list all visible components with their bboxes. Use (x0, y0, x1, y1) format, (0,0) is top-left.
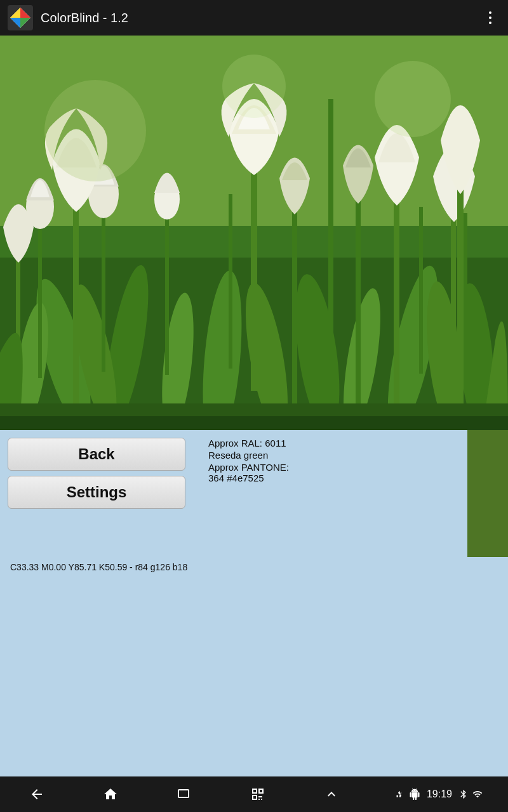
buttons-section: Back Settings (0, 430, 203, 557)
navigation-bar: 19:19 (0, 776, 508, 812)
svg-rect-42 (0, 416, 508, 430)
time-display: 19:19 (427, 789, 452, 800)
android-icon (409, 789, 420, 800)
back-nav-button[interactable] (25, 783, 48, 806)
svg-rect-23 (165, 207, 169, 375)
signal-icon (472, 789, 483, 799)
qr-nav-button[interactable] (246, 783, 269, 806)
main-content: Back Settings Approx RAL: 6011 Reseda gr… (0, 36, 508, 776)
svg-point-45 (222, 55, 286, 118)
up-nav-button[interactable] (320, 783, 343, 806)
svg-point-43 (44, 80, 146, 181)
color-details: Approx RAL: 6011 Reseda green Approx PAN… (203, 430, 467, 557)
color-swatch (467, 430, 508, 557)
svg-rect-27 (419, 207, 423, 374)
overflow-dot (489, 11, 491, 14)
overflow-dot (489, 16, 491, 19)
recents-nav-button[interactable] (173, 783, 196, 806)
usb-icon (394, 789, 405, 800)
svg-rect-21 (38, 213, 42, 378)
svg-rect-28 (464, 213, 467, 378)
pantone-value: 364 #4e7525 (208, 473, 462, 483)
bluetooth-icon (458, 789, 469, 799)
overflow-menu-button[interactable] (480, 8, 500, 28)
ral-name: Reseda green (208, 450, 462, 461)
settings-button[interactable]: Settings (8, 476, 185, 509)
svg-rect-24 (229, 194, 232, 369)
svg-rect-22 (102, 200, 105, 372)
back-button[interactable]: Back (8, 438, 185, 471)
top-info-row: Back Settings Approx RAL: 6011 Reseda gr… (0, 430, 508, 557)
svg-rect-32 (328, 99, 333, 403)
pantone-label: Approx PANTONE: (208, 462, 462, 473)
action-bar: ColorBlind - 1.2 (0, 0, 508, 36)
photo-display[interactable] (0, 36, 508, 430)
ral-label: Approx RAL: 6011 (208, 438, 462, 449)
svg-rect-46 (178, 790, 189, 797)
cmyk-rgb-values: C33.33 M0.00 Y85.71 K50.59 - r84 g126 b1… (0, 557, 508, 577)
app-title: ColorBlind - 1.2 (41, 11, 480, 25)
app-icon (8, 5, 33, 30)
svg-point-44 (375, 61, 451, 137)
home-nav-button[interactable] (99, 783, 122, 806)
status-icons: 19:19 (394, 789, 483, 800)
overflow-dot (489, 22, 491, 24)
lower-section: Back Settings Approx RAL: 6011 Reseda gr… (0, 430, 508, 776)
